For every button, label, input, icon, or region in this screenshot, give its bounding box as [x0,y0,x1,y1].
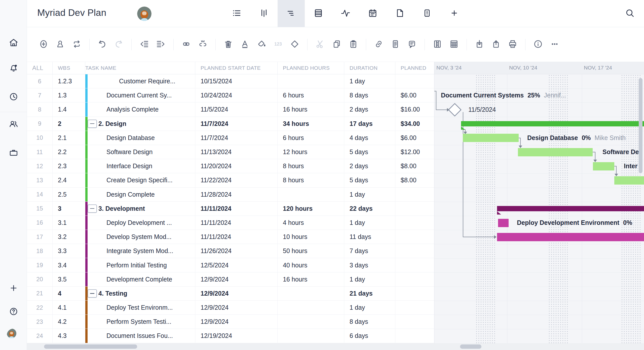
duration-cell[interactable]: 1 day [344,301,395,314]
wbs-cell[interactable]: 1.4 [53,102,85,116]
planned-start-cell[interactable]: 11/7/2024 [195,131,278,145]
duration-cell[interactable]: 5 days [344,145,395,159]
duration-cell[interactable]: 8 days [344,315,395,329]
planned-cost-cell[interactable]: $12.00 [395,145,434,159]
collapse-toggle[interactable] [88,289,97,298]
planned-hours-cell[interactable]: 6 hours [278,131,344,145]
planned-hours-cell[interactable]: 10 hours [278,230,344,244]
undo-button[interactable] [96,38,109,51]
duration-cell[interactable]: 1 day [344,74,395,88]
outdent-button[interactable] [138,38,151,51]
column-header-wbs[interactable]: WBS [53,62,85,74]
export-tray-button[interactable] [489,38,503,51]
planned-cost-cell[interactable] [395,315,434,329]
task-bar-develop-system-modules[interactable] [497,233,644,241]
planned-start-cell[interactable]: 11/7/2024 [195,117,278,131]
wbs-cell[interactable]: 2.1 [53,131,85,145]
planned-hours-cell[interactable]: 16 hours [278,102,344,116]
task-name-cell[interactable]: Perform Initial Testing [85,258,195,272]
task-name-cell[interactable]: Deploy Development ... [85,216,195,230]
wbs-cell[interactable]: 3.2 [53,230,85,244]
planned-hours-cell[interactable]: 50 hours [278,244,344,258]
task-name-cell[interactable]: Interface Design [85,159,195,173]
planned-cost-cell[interactable] [395,301,434,314]
planned-start-cell[interactable]: 12/19/2024 [195,329,278,343]
table-row[interactable]: 122.3Interface Design11/20/20248 hours2 … [27,159,434,173]
gantt-h-scroll-thumb[interactable] [460,344,481,349]
planned-start-cell[interactable]: 11/28/2024 [195,188,278,201]
tab-list-view[interactable] [223,0,250,27]
table-row[interactable]: 922. Design11/7/202434 hours17 days$34.0… [27,117,434,131]
wbs-cell[interactable]: 1.3 [53,88,85,102]
planned-cost-cell[interactable] [395,230,434,244]
planned-hours-cell[interactable]: 12 hours [278,145,344,159]
task-bar-create-design-specification[interactable] [614,176,644,185]
vertical-scrollbar-thumb[interactable] [639,78,642,173]
tab-calendar-view[interactable] [359,0,386,27]
task-name-cell[interactable]: 3. Development [85,202,195,216]
table-row[interactable]: 81.4Analysis Complete11/5/202416 hours2 … [27,102,434,117]
duration-cell[interactable]: 7 days [344,244,395,258]
planned-start-cell[interactable]: 12/5/2024 [195,258,278,272]
wbs-cell[interactable]: 2.2 [53,145,85,159]
task-name-cell[interactable]: 4. Testing [85,287,195,300]
planned-hours-cell[interactable] [278,329,344,343]
table-row[interactable]: 193.4Perform Initial Testing12/5/202440 … [27,258,434,272]
wbs-cell[interactable]: 3.1 [53,216,85,230]
planned-cost-cell[interactable] [395,287,434,300]
duration-cell[interactable]: 4 days [344,131,395,145]
wbs-cell[interactable]: 3.4 [53,258,85,272]
info-circle-button[interactable] [532,38,545,51]
collapse-toggle[interactable] [88,120,97,128]
assign-user-button[interactable] [54,38,67,51]
task-bar-software-design[interactable] [518,148,593,156]
text-format-button[interactable] [238,38,251,51]
summary-bar-2-design[interactable] [461,121,644,126]
search-icon[interactable] [625,8,636,19]
table-row[interactable]: 61.2.3Customer Require...10/15/20241 day [27,74,434,88]
horizontal-scrollbar-track[interactable] [27,343,644,350]
planned-cost-cell[interactable] [395,188,434,201]
wbs-cell[interactable]: 2.4 [53,173,85,187]
duration-cell[interactable]: 1 day [344,188,395,201]
task-name-cell[interactable]: Design Complete [85,188,195,201]
table-h-scroll-thumb[interactable] [44,344,137,349]
tab-files-view[interactable] [386,0,413,27]
wbs-cell[interactable]: 3 [53,202,85,216]
column-header-all[interactable]: ALL [27,62,53,74]
planned-hours-cell[interactable]: 4 hours [278,216,344,230]
planned-hours-cell[interactable]: 40 hours [278,258,344,272]
planned-hours-cell[interactable] [278,315,344,329]
table-row[interactable]: 132.4Create Design Specifi...11/22/20248… [27,173,434,187]
planned-cost-cell[interactable]: $6.00 [395,88,434,102]
more-ellipsis-button[interactable] [548,38,561,51]
planned-hours-cell[interactable]: 120 hours [278,202,344,216]
planned-hours-cell[interactable]: 8 hours [278,159,344,173]
task-name-cell[interactable]: Deploy Test Environm... [85,301,195,314]
attachment-link-button[interactable] [372,38,385,51]
planned-start-cell[interactable]: 11/26/2024 [195,244,278,258]
task-bar-interface-design[interactable] [593,162,614,170]
planned-cost-cell[interactable] [395,202,434,216]
planned-cost-cell[interactable] [395,272,434,286]
wbs-cell[interactable]: 2.3 [53,159,85,173]
milestone-diamond-analysis-complete[interactable] [448,103,462,117]
planned-start-cell[interactable]: 11/11/2024 [195,216,278,230]
planned-hours-cell[interactable] [278,188,344,201]
table-row[interactable]: 2144. Testing12/9/202421 days [27,287,434,301]
collapse-toggle[interactable] [88,204,97,213]
sidebar-item-help[interactable] [0,303,27,321]
planned-start-cell[interactable]: 11/5/2024 [195,102,278,116]
duration-cell[interactable]: 21 days [344,287,395,300]
table-row[interactable]: 163.1Deploy Development ...11/11/20244 h… [27,216,434,230]
planned-hours-cell[interactable]: 16 hours [278,272,344,286]
tab-sheet-view[interactable] [305,0,332,27]
wbs-cell[interactable]: 4.1 [53,301,85,314]
planned-start-cell[interactable]: 12/9/2024 [195,272,278,286]
column-header-planned-hours[interactable]: PLANNED HOURS [278,62,344,74]
task-bar-deploy-development-environment[interactable] [498,219,509,227]
planned-cost-cell[interactable] [395,258,434,272]
duration-cell[interactable]: 6 days [344,329,395,343]
wbs-cell[interactable]: 1.2.3 [53,74,85,88]
unlink-tasks-button[interactable] [196,38,209,51]
